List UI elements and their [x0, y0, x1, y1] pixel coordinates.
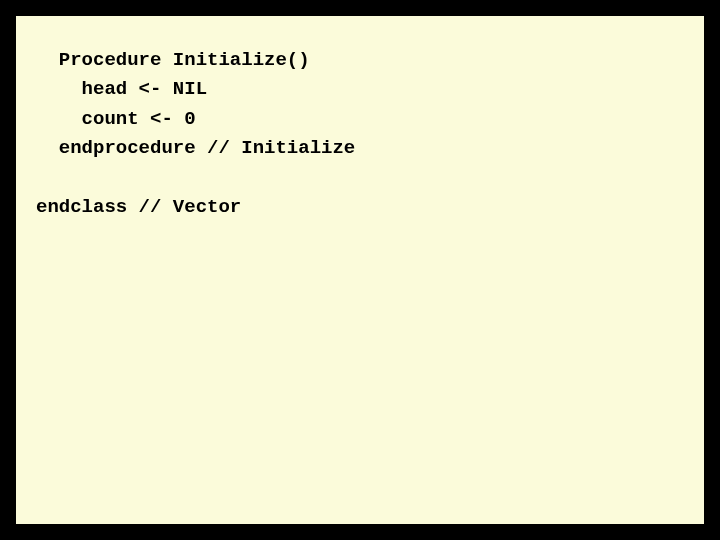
slide-panel: Procedure Initialize() head <- NIL count…: [14, 14, 706, 526]
code-line-2: head <- NIL: [36, 78, 207, 100]
code-line-4: endprocedure // Initialize: [36, 137, 355, 159]
code-line-1: Procedure Initialize(): [36, 49, 310, 71]
pseudocode-block: Procedure Initialize() head <- NIL count…: [36, 46, 704, 223]
code-line-6: endclass // Vector: [36, 196, 241, 218]
code-line-3: count <- 0: [36, 108, 196, 130]
